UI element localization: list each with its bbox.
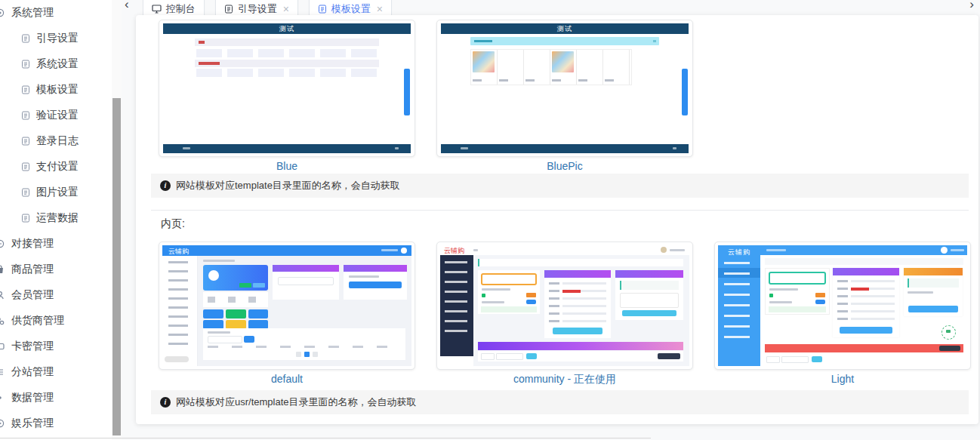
preview-title: 测试 [557, 25, 572, 32]
price-value-red [851, 288, 869, 291]
template-thumbnail-default[interactable]: 云辅购 [159, 242, 415, 370]
sidebar-item-verify-settings[interactable]: 验证设置 [0, 103, 112, 128]
preview-logo: 云辅购 [718, 248, 760, 257]
doc-icon [21, 188, 30, 197]
preview-search-card [765, 268, 830, 315]
sidebar-item-image-settings[interactable]: 图片设置 [0, 180, 112, 205]
preview-footer-text [461, 147, 468, 149]
doc-icon [21, 60, 30, 69]
panel-select [278, 277, 334, 285]
order-id-input [769, 272, 826, 285]
info-bar-inner-templates: i 网站模板对应usr/template目录里面的名称，会自动获取 [151, 390, 969, 414]
close-icon[interactable]: × [377, 5, 383, 13]
sidebar-item-entertainment-management[interactable]: 娱乐管理 [0, 411, 112, 436]
preview-chip-green [239, 283, 251, 288]
pagination-prev [296, 352, 301, 357]
table-search-button [244, 336, 254, 343]
product-image [552, 51, 574, 72]
template-name-community: community - 正在使用 [513, 373, 616, 386]
hamburger-icon [473, 249, 478, 251]
status-strip-green [769, 306, 826, 312]
template-thumbnail-community[interactable]: 云辅购 [436, 242, 693, 370]
list-icon [0, 367, 5, 377]
template-thumbnail-blue[interactable]: 测试 [159, 20, 415, 157]
preview-menu-items [445, 261, 467, 334]
result-text [769, 288, 798, 291]
close-icon[interactable]: × [283, 5, 289, 13]
sidebar-item-member-management[interactable]: 会员管理 [0, 282, 112, 308]
sidebar-item-login-logs[interactable]: 登录日志 [0, 128, 112, 154]
template-name-light: Light [831, 373, 854, 385]
template-item-light: 云辅购 [714, 242, 971, 386]
preview-topbar: 云辅购 [162, 245, 411, 256]
preview-strip [195, 38, 379, 46]
template-name-bluepic: BluePic [547, 160, 582, 172]
preview-title: 测试 [279, 25, 294, 32]
plug-icon [0, 238, 5, 249]
order-id-input [481, 273, 537, 285]
sidebar-item-product-management[interactable]: 商品管理 [0, 257, 112, 282]
filter-input [496, 353, 523, 360]
sidebar-item-payment-settings[interactable]: 支付设置 [0, 154, 112, 180]
note-button [908, 306, 958, 312]
preview-footer-text [673, 147, 676, 149]
preview-strip [195, 60, 379, 67]
panel-header [544, 270, 611, 278]
sidebar-scrollbar-thumb[interactable] [112, 98, 121, 435]
sidebar-item-guide-settings[interactable]: 引导设置 [0, 26, 112, 51]
key-icon [0, 341, 5, 352]
section-divider [151, 210, 969, 211]
preview-search-card [478, 270, 540, 314]
preview-menu-items [724, 262, 750, 345]
preview-topbar [760, 245, 967, 255]
sidebar-item-label: 验证设置 [36, 109, 79, 122]
tab-console[interactable]: 控制台 [143, 0, 205, 15]
sidebar-item-template-settings[interactable]: 模板设置 [0, 77, 112, 103]
form-values [562, 282, 606, 325]
template-thumbnail-bluepic[interactable]: 测试 [436, 20, 693, 157]
truck-icon [0, 315, 5, 326]
template-preview-bluepic: 测试 [440, 23, 689, 153]
template-item-blue: 测试 Blue [159, 20, 415, 172]
tab-template-settings[interactable]: 模板设置 × [309, 0, 392, 15]
sidebar-item-label: 会员管理 [11, 288, 54, 302]
preview-chip-blue [253, 283, 265, 288]
sidebar-item-data-management[interactable]: 数据管理 [0, 385, 112, 411]
sidebar-item-system-management[interactable]: 系统管理 [0, 0, 112, 26]
preview-stats [203, 292, 268, 307]
filter-select [481, 353, 495, 360]
tabs-scroll-right-icon[interactable]: › [966, 0, 977, 10]
inner-pages-label: 内页: [161, 217, 185, 231]
status-chip-green [769, 294, 773, 297]
sidebar-item-substation-management[interactable]: 分站管理 [0, 359, 112, 385]
preview-header: 测试 [441, 23, 689, 34]
preview-side-widget [404, 69, 410, 115]
tab-guide-settings[interactable]: 引导设置 × [215, 0, 298, 15]
site-template-row: 测试 Blue [159, 20, 693, 172]
template-thumbnail-light[interactable]: 云辅购 [714, 242, 971, 370]
action-chip-orange [526, 293, 536, 297]
tabs-scroll-left-icon[interactable]: ‹ [122, 0, 132, 10]
doc-icon [224, 5, 233, 14]
sidebar-item-system-settings[interactable]: 系统设置 [0, 51, 112, 77]
table-search-input [208, 336, 242, 343]
sidebar-item-label: 登录日志 [36, 134, 79, 148]
sidebar-item-integration-management[interactable]: 对接管理 [0, 231, 112, 257]
sidebar-item-operation-data[interactable]: 运营数据 [0, 205, 112, 231]
template-preview-light: 云辅购 [718, 245, 967, 366]
template-preview-community: 云辅购 [440, 245, 689, 366]
bag-icon [0, 264, 5, 275]
preview-bottom-strip [765, 355, 963, 364]
action-chip-blue [815, 300, 825, 304]
status-chip-green [482, 294, 485, 297]
action-chip-orange [815, 293, 825, 297]
preview-button-row [196, 49, 378, 57]
sidebar-item-cardkey-management[interactable]: 卡密管理 [0, 334, 112, 359]
note-box [908, 278, 959, 288]
doc-icon [21, 85, 30, 94]
sidebar-item-supplier-management[interactable]: 供货商管理 [0, 308, 112, 334]
preview-footer [163, 144, 411, 153]
preview-panel-auth [344, 265, 407, 300]
preview-product-cards [470, 49, 632, 85]
doc-icon [21, 111, 30, 120]
